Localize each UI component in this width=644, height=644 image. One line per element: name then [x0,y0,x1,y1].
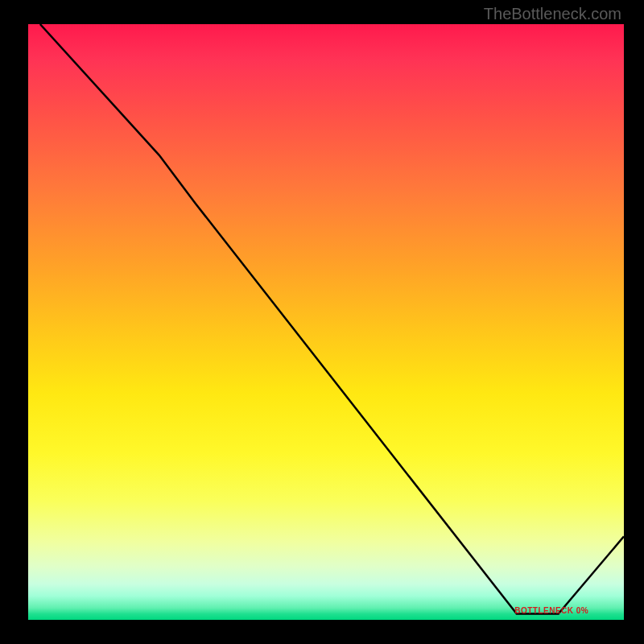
watermark-text: TheBottleneck.com [484,5,621,23]
bottom-marker-label: BOTTLENECK 0% [514,606,588,615]
chart-curve [40,24,624,614]
chart-line-svg [28,24,624,620]
